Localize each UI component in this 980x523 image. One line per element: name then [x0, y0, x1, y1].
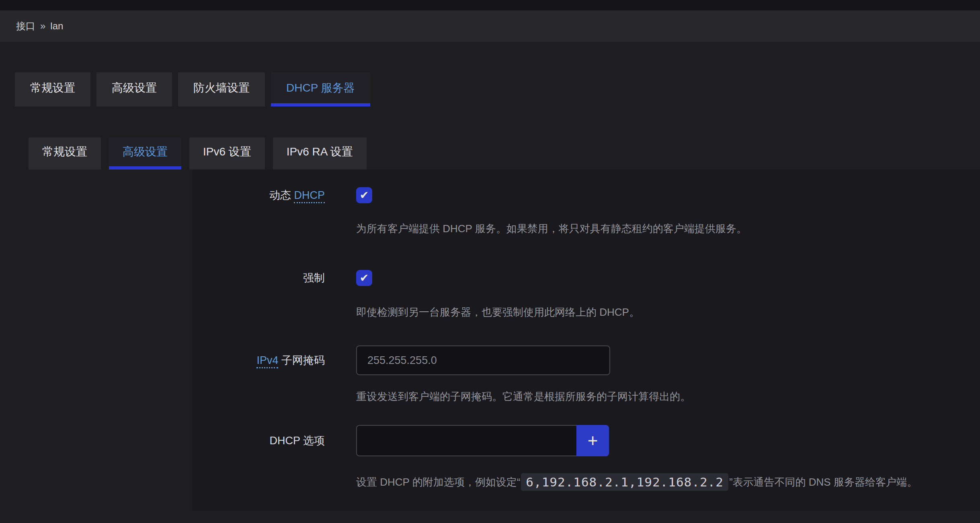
breadcrumb-separator: » — [40, 20, 45, 32]
breadcrumb-interfaces-link[interactable]: 接口 — [16, 20, 35, 33]
tab-general-settings[interactable]: 常规设置 — [15, 72, 90, 106]
subtab-advanced-settings[interactable]: 高级设置 — [109, 137, 181, 170]
tab-firewall-settings[interactable]: 防火墙设置 — [178, 72, 265, 106]
tab-dhcp-server[interactable]: DHCP 服务器 — [271, 72, 370, 106]
checkmark-icon: ✔ — [360, 190, 369, 201]
force-description: 即使检测到另一台服务器，也要强制使用此网络上的 DHCP。 — [356, 305, 980, 319]
dhcp-abbr-link[interactable]: DHCP — [294, 189, 325, 203]
dhcp-options-description-after: ”表示通告不同的 DNS 服务器给客户端。 — [729, 475, 917, 489]
ipv4-netmask-description: 重设发送到客户端的子网掩码。它通常是根据所服务的子网计算得出的。 — [356, 390, 980, 403]
tab-advanced-settings[interactable]: 高级设置 — [96, 72, 172, 106]
interface-tabs: 常规设置 高级设置 防火墙设置 DHCP 服务器 — [15, 72, 980, 106]
form-row-dhcp-options: DHCP 选项 + — [192, 425, 980, 456]
dynamic-dhcp-description: 为所有客户端提供 DHCP 服务。如果禁用，将只对具有静态租约的客户端提供服务。 — [356, 222, 980, 235]
ipv4-abbr-link[interactable]: IPv4 — [256, 354, 278, 368]
force-label: 强制 — [192, 270, 325, 286]
ipv4-netmask-label-text: 子网掩码 — [278, 354, 325, 366]
force-checkbox[interactable]: ✔ — [356, 270, 372, 286]
subtab-general-setup[interactable]: 常规设置 — [29, 137, 101, 170]
dynamic-dhcp-label: 动态 DHCP — [192, 187, 325, 203]
dynamic-dhcp-label-text: 动态 — [269, 189, 294, 201]
dhcp-options-description: 设置 DHCP 的附加选项，例如设定“6,192.168.2.1,192.168… — [356, 473, 980, 491]
dhcp-options-input[interactable] — [356, 425, 576, 456]
subtab-ipv6-settings[interactable]: IPv6 设置 — [189, 137, 265, 170]
ipv4-netmask-input[interactable] — [356, 345, 610, 375]
window-top-strip — [0, 0, 980, 10]
form-row-force: 强制 ✔ — [192, 270, 980, 286]
breadcrumb-current-page: lan — [50, 20, 63, 32]
form-row-dynamic-dhcp: 动态 DHCP ✔ — [192, 187, 980, 203]
dhcp-options-description-before: 设置 DHCP 的附加选项，例如设定“ — [356, 475, 520, 489]
breadcrumb: 接口 » lan — [0, 10, 980, 42]
form-row-ipv4-netmask: IPv4 子网掩码 — [192, 345, 980, 375]
dhcp-options-label: DHCP 选项 — [192, 433, 325, 449]
dhcp-sub-tabs: 常规设置 高级设置 IPv6 设置 IPv6 RA 设置 — [29, 137, 980, 170]
ipv4-netmask-label: IPv4 子网掩码 — [192, 352, 325, 368]
checkmark-icon: ✔ — [360, 273, 369, 284]
add-dhcp-option-button[interactable]: + — [576, 425, 609, 456]
dynamic-dhcp-checkbox[interactable]: ✔ — [356, 187, 372, 203]
plus-icon: + — [588, 432, 598, 449]
dhcp-options-example-code: 6,192.168.2.1,192.168.2.2 — [521, 473, 728, 491]
subtab-ipv6-ra-settings[interactable]: IPv6 RA 设置 — [273, 137, 367, 170]
dhcp-advanced-settings-panel: 动态 DHCP ✔ 为所有客户端提供 DHCP 服务。如果禁用，将只对具有静态租… — [192, 170, 980, 511]
